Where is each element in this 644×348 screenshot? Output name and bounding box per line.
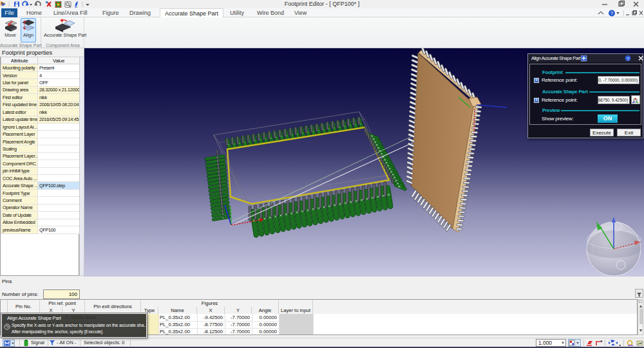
svg-text:?: ? <box>627 56 629 62</box>
svg-text:?: ? <box>611 10 614 16</box>
